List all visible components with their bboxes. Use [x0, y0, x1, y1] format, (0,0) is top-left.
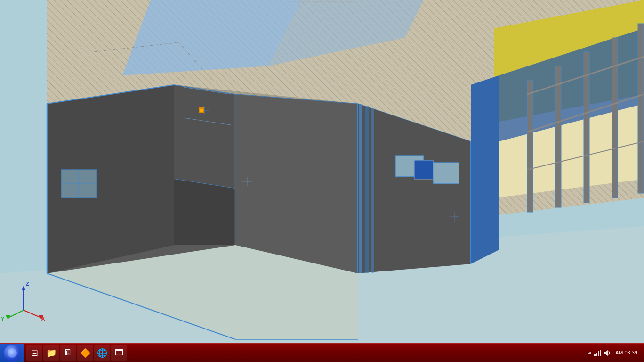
- svg-rect-17: [638, 24, 644, 193]
- start-button[interactable]: [0, 344, 24, 362]
- svg-marker-88: [604, 350, 608, 356]
- show-desktop-button[interactable]: ⊟: [26, 345, 42, 361]
- start-orb-inner: [8, 348, 17, 358]
- building-scene: X Y Z: [0, 0, 644, 343]
- svg-marker-11: [471, 75, 499, 264]
- svg-rect-85: [596, 353, 597, 356]
- calculator-button[interactable]: 🖩: [60, 345, 76, 361]
- viewport: X Y Z: [0, 0, 644, 343]
- svg-rect-16: [612, 38, 618, 198]
- svg-rect-14: [555, 66, 561, 207]
- quick-launch: ⊟ 📁 🖩 🔶 🌐 🗔: [24, 345, 129, 361]
- program1-button[interactable]: 🔶: [77, 345, 93, 361]
- volume-tray-icon[interactable]: [603, 349, 612, 357]
- system-tray: ◄ AM 08:39: [582, 349, 644, 357]
- svg-rect-56: [414, 160, 433, 179]
- svg-rect-59: [365, 106, 369, 273]
- svg-rect-84: [594, 354, 596, 356]
- browser-button[interactable]: 🌐: [94, 345, 110, 361]
- svg-text:Y: Y: [1, 316, 5, 321]
- tray-expand-button[interactable]: ◄: [586, 349, 593, 356]
- svg-rect-13: [527, 80, 533, 212]
- start-orb: [4, 345, 21, 362]
- svg-text:X: X: [41, 316, 45, 321]
- svg-text:Z: Z: [26, 281, 29, 287]
- svg-rect-86: [598, 351, 599, 356]
- network-tray-icon[interactable]: [594, 349, 602, 357]
- svg-marker-33: [174, 179, 235, 245]
- svg-rect-55: [433, 163, 459, 184]
- taskbar: ⊟ 📁 🖩 🔶 🌐 🗔 ◄ AM 08:39: [0, 343, 644, 362]
- file-manager-button[interactable]: 📁: [43, 345, 59, 361]
- svg-rect-60: [371, 108, 374, 273]
- system-clock[interactable]: AM 08:39: [612, 349, 640, 356]
- svg-rect-87: [600, 350, 601, 356]
- media-button[interactable]: 🗔: [111, 345, 127, 361]
- svg-rect-70: [200, 109, 203, 112]
- svg-rect-58: [359, 104, 362, 273]
